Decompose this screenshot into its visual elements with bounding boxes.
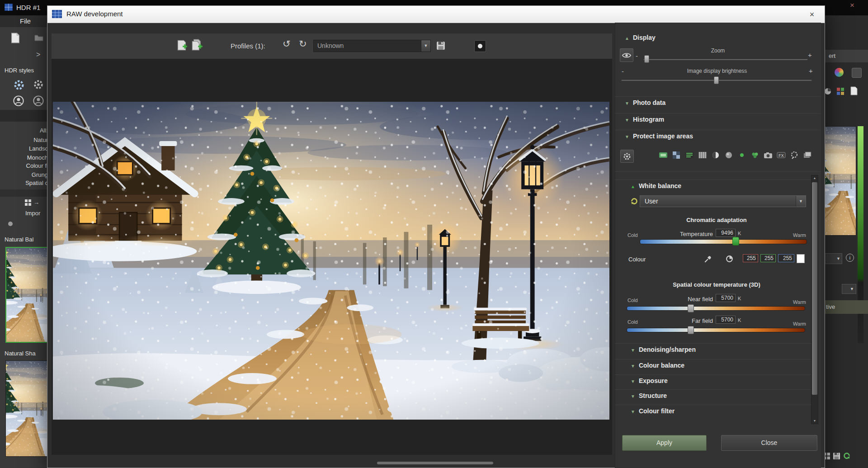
section-display[interactable]: ▲Display <box>615 32 821 43</box>
zoom-preview-button[interactable] <box>620 48 633 62</box>
green-value-input[interactable]: 255 <box>760 254 776 262</box>
contrast-icon[interactable] <box>710 151 721 160</box>
app-close-button[interactable]: × <box>845 1 859 10</box>
cold-label: Cold <box>627 232 638 238</box>
profile-dropdown[interactable]: Unknown ▼ <box>313 40 431 52</box>
hdr-gear-blue-icon[interactable] <box>13 79 25 93</box>
snapshot-icon[interactable] <box>474 40 486 52</box>
info-icon[interactable]: i <box>846 254 854 262</box>
mini-dropdown-2[interactable]: ▼ <box>842 284 856 294</box>
chromatic-adaptation-header: Chromatic adaptation <box>640 217 793 223</box>
near-field-slider-track[interactable] <box>627 306 805 311</box>
temperature-input[interactable]: 9496 <box>716 229 736 237</box>
new-document-icon[interactable] <box>11 33 20 45</box>
apply-button[interactable]: Apply <box>622 435 707 451</box>
panel-scrollbar-thumb[interactable] <box>812 182 817 395</box>
section-colour-filter[interactable]: ▼Colour filter <box>615 405 811 417</box>
clover-icon[interactable] <box>750 151 760 160</box>
section-histogram[interactable]: ▼Histogram <box>615 113 821 125</box>
hdr-gear-icon[interactable] <box>33 79 44 92</box>
near-field-label: Near field <box>635 296 713 303</box>
scrollbar-up-arrow[interactable]: ▲ <box>811 175 818 181</box>
sphere-icon[interactable] <box>723 151 734 160</box>
section-white-balance[interactable]: ▲White balance <box>615 180 811 192</box>
category-colour-filter[interactable]: Colour fi <box>0 162 49 169</box>
layers-icon[interactable] <box>802 151 813 160</box>
category-grunge[interactable]: Grung <box>0 171 49 178</box>
import-label[interactable]: Impor <box>25 210 40 217</box>
near-field-input[interactable]: 5700 <box>716 294 736 302</box>
lasso-icon[interactable] <box>789 151 800 160</box>
far-field-slider-track[interactable] <box>627 328 805 332</box>
colour-wheel-icon[interactable] <box>835 68 844 77</box>
settings-gear-button[interactable] <box>620 150 634 163</box>
slider-knob[interactable] <box>8 222 13 226</box>
dialog-close-button[interactable]: × <box>804 8 820 21</box>
camera-icon[interactable] <box>763 151 774 160</box>
document-icon[interactable] <box>850 86 858 97</box>
dialog-titlebar[interactable]: RAW development × <box>47 6 825 23</box>
palette-icon[interactable] <box>836 87 844 97</box>
menu-file[interactable]: File <box>20 17 31 25</box>
zoom-slider-handle[interactable] <box>644 55 649 63</box>
panel-expander[interactable]: > <box>36 51 40 59</box>
preset-thumbnail-natural-sharp[interactable] <box>5 360 48 457</box>
chevron-down-icon[interactable]: ▼ <box>796 196 806 207</box>
section-photo-data[interactable]: ▼Photo data <box>615 96 821 109</box>
checkerboard-icon[interactable] <box>671 151 682 160</box>
gray-tool-icon[interactable] <box>852 68 862 78</box>
green-dot-icon[interactable] <box>736 151 747 160</box>
zoom-plus[interactable]: + <box>808 51 812 59</box>
grid-icon[interactable] <box>24 199 32 208</box>
folder-icon[interactable] <box>34 33 43 43</box>
zoom-minus[interactable]: - <box>636 52 638 60</box>
close-button[interactable]: Close <box>721 435 817 451</box>
add-profile-icon[interactable] <box>177 39 188 53</box>
far-field-slider-handle[interactable] <box>688 326 694 334</box>
eyedropper-icon[interactable] <box>703 255 712 265</box>
fx-icon[interactable]: FX <box>776 151 787 160</box>
raw-preview-image[interactable] <box>53 102 609 420</box>
chevron-down-icon[interactable]: ▼ <box>421 40 430 52</box>
white-point-swatch[interactable] <box>797 254 805 263</box>
brightness-plus[interactable]: + <box>809 67 813 75</box>
curtain-icon[interactable] <box>697 151 708 160</box>
far-field-input[interactable]: 5700 <box>716 316 736 324</box>
red-value-input[interactable]: 255 <box>743 254 758 262</box>
redo-icon[interactable]: ↻ <box>299 38 307 49</box>
levels-icon[interactable] <box>684 151 695 160</box>
add-profile-list-icon[interactable] <box>191 39 203 53</box>
colour-pick-icon[interactable] <box>725 255 734 265</box>
blue-value-input[interactable]: 255 <box>778 254 794 262</box>
temperature-slider-track[interactable] <box>640 239 807 244</box>
temperature-slider-handle[interactable] <box>732 237 739 246</box>
brightness-slider-handle[interactable] <box>714 76 719 84</box>
mini-dropdown[interactable]: ▼ <box>823 253 842 264</box>
section-exposure[interactable]: ▼Exposure <box>615 374 811 387</box>
result-thumbnail[interactable] <box>823 126 856 236</box>
category-monochrome[interactable]: Monoch <box>0 154 49 161</box>
undo-green-icon[interactable] <box>842 451 851 462</box>
category-landscape[interactable]: Landsc <box>0 145 49 152</box>
undo-icon[interactable]: ↺ <box>283 38 291 49</box>
white-balance-preset-dropdown[interactable]: User ▼ <box>640 195 806 207</box>
user-profile-icon-2[interactable] <box>33 95 44 109</box>
section-denoising[interactable]: ▼Denoising/sharpen <box>615 343 811 355</box>
save-profile-icon[interactable] <box>436 41 445 52</box>
category-all[interactable]: All: <box>0 127 49 134</box>
selection-mask-icon[interactable] <box>658 151 669 160</box>
zoom-slider-track[interactable] <box>643 58 808 60</box>
section-structure[interactable]: ▼Structure <box>615 389 811 402</box>
user-profile-icon[interactable] <box>13 95 24 109</box>
reset-white-balance-icon[interactable] <box>630 197 639 208</box>
category-natural[interactable]: Natur <box>0 137 49 143</box>
preview-h-scrollbar[interactable] <box>377 462 493 464</box>
save-icon[interactable] <box>833 452 840 462</box>
brightness-minus[interactable]: - <box>622 67 624 75</box>
section-colour-balance[interactable]: ▼Colour balance <box>615 359 811 371</box>
category-spatial[interactable]: Spatial c <box>0 180 49 186</box>
scrollbar-down-arrow[interactable]: ▼ <box>811 418 818 424</box>
near-field-slider-handle[interactable] <box>688 304 694 312</box>
section-protect[interactable]: ▼Protect image areas <box>615 130 821 142</box>
preset-thumbnail-natural-balanced[interactable] <box>5 247 48 343</box>
